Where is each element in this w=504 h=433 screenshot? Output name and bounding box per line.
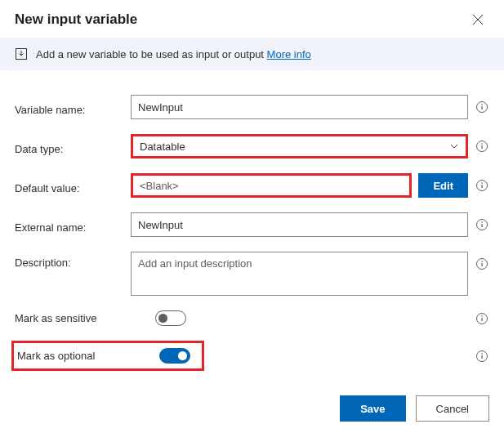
data-type-select[interactable]: Datatable	[131, 134, 468, 158]
variable-name-input[interactable]	[131, 95, 468, 119]
toggle-knob	[178, 351, 187, 360]
svg-point-5	[481, 143, 483, 145]
info-icon[interactable]	[475, 217, 489, 232]
toggle-knob	[158, 314, 167, 323]
label-default-value: Default value:	[15, 177, 121, 194]
row-data-type: Data type: Datatable	[15, 134, 489, 158]
info-icon[interactable]	[475, 257, 489, 271]
dialog-footer: Save Cancel	[340, 395, 489, 422]
label-mark-sensitive: Mark as sensitive	[15, 312, 145, 324]
label-data-type: Data type:	[15, 138, 121, 155]
svg-rect-15	[481, 263, 482, 266]
optional-highlight-box: Mark as optional	[11, 341, 204, 371]
info-icon[interactable]	[475, 100, 489, 114]
svg-point-2	[481, 104, 483, 105]
banner-text: Add a new variable to be used as input o…	[36, 48, 264, 60]
label-mark-optional: Mark as optional	[17, 350, 145, 362]
svg-point-8	[481, 182, 483, 184]
svg-point-20	[481, 353, 483, 355]
info-banner: Add a new variable to be used as input o…	[0, 38, 504, 70]
default-value-text: <Blank>	[140, 180, 179, 192]
more-info-link[interactable]: More info	[267, 48, 311, 60]
row-mark-sensitive: Mark as sensitive	[15, 310, 489, 326]
optional-toggle[interactable]	[159, 348, 190, 364]
row-variable-name: Variable name:	[15, 95, 489, 119]
info-icon[interactable]	[475, 178, 489, 193]
dialog-title: New input variable	[15, 11, 137, 28]
external-name-input[interactable]	[131, 212, 468, 237]
close-button[interactable]	[466, 8, 489, 31]
edit-button[interactable]: Edit	[418, 173, 468, 198]
label-description: Description:	[15, 252, 121, 269]
svg-rect-6	[481, 145, 482, 149]
svg-point-14	[481, 261, 483, 262]
data-type-value: Datatable	[133, 136, 466, 156]
description-input[interactable]	[131, 252, 468, 296]
row-description: Description:	[15, 252, 489, 296]
row-default-value: Default value: <Blank> Edit	[15, 173, 489, 198]
close-icon	[472, 14, 484, 25]
svg-rect-18	[481, 318, 482, 321]
svg-rect-9	[481, 185, 482, 188]
row-external-name: External name:	[15, 212, 489, 237]
svg-rect-21	[481, 355, 482, 359]
save-button[interactable]: Save	[340, 395, 405, 422]
label-external-name: External name:	[15, 216, 121, 234]
info-icon[interactable]	[475, 349, 489, 364]
svg-point-17	[481, 315, 483, 317]
svg-point-11	[481, 221, 483, 223]
svg-rect-12	[481, 224, 482, 227]
form-body: Variable name: Data type: Datatable Defa…	[0, 70, 504, 379]
default-value-display[interactable]: <Blank>	[131, 173, 412, 198]
label-variable-name: Variable name:	[15, 99, 121, 116]
sensitive-toggle[interactable]	[155, 310, 186, 326]
cancel-button[interactable]: Cancel	[416, 395, 489, 422]
svg-rect-3	[481, 106, 482, 109]
dialog-header: New input variable	[0, 0, 504, 38]
download-icon	[15, 47, 28, 60]
row-mark-optional: Mark as optional	[15, 341, 489, 371]
info-icon[interactable]	[475, 311, 489, 326]
info-icon[interactable]	[475, 139, 489, 154]
